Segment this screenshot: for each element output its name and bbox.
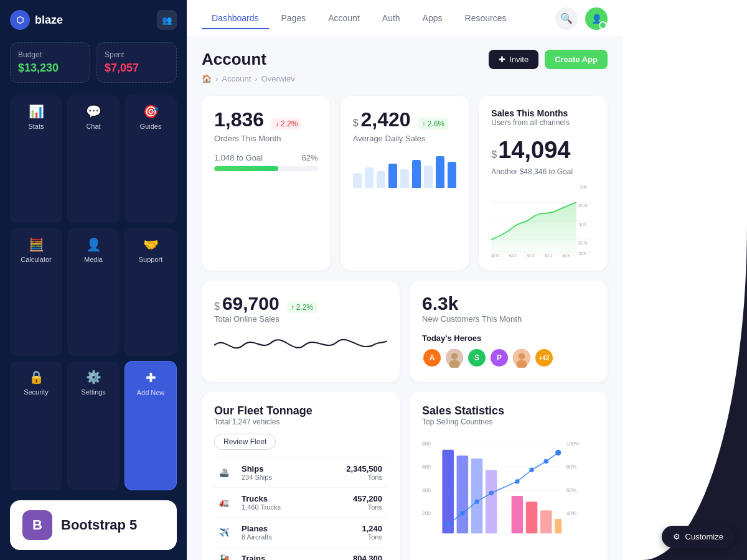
- user-avatar: 👤: [585, 7, 608, 30]
- nav-grid: 📊 Stats 💬 Chat 🎯 Guides 🧮 Calculator 👤 M…: [10, 95, 177, 490]
- fleet-card: Our Fleet Tonnage Total 1,247 vehicles R…: [202, 392, 400, 560]
- svg-point-41: [489, 491, 493, 495]
- new-customers-label: New Customers This Month: [422, 314, 595, 324]
- hero-avatars: A S P +42: [422, 348, 595, 368]
- svg-rect-33: [486, 470, 497, 533]
- people-icon-button[interactable]: 👥: [157, 10, 177, 30]
- down-arrow-icon: ↓: [275, 119, 279, 128]
- svg-text:40%: 40%: [566, 510, 577, 516]
- svg-point-42: [515, 479, 519, 483]
- security-label: Security: [24, 388, 49, 396]
- bar-1: [353, 173, 362, 188]
- svg-rect-32: [471, 459, 483, 533]
- svg-point-40: [474, 500, 479, 504]
- svg-text:400: 400: [422, 487, 431, 493]
- support-label: Support: [139, 256, 163, 263]
- budget-label: Budget: [18, 50, 82, 59]
- header-actions: ✚ Invite Create App: [489, 50, 608, 69]
- hero-avatar-more: +42: [534, 348, 554, 368]
- bar-9: [448, 162, 456, 188]
- chat-label: Chat: [86, 123, 100, 130]
- nav-resources[interactable]: Resources: [455, 8, 517, 29]
- second-row: $ 69,700 ↑ 2.2% Total Online Sales 6.3k …: [202, 281, 608, 382]
- sidebar-item-calculator[interactable]: 🧮 Calculator: [10, 228, 62, 357]
- invite-button[interactable]: ✚ Invite: [489, 50, 538, 69]
- breadcrumb-account: Account: [222, 74, 251, 83]
- sales-stats-chart: 800 600 400 200: [422, 434, 595, 558]
- hero-avatar-photo2: [512, 348, 532, 368]
- bootstrap-card: B Bootstrap 5: [10, 500, 177, 550]
- nav-pages[interactable]: Pages: [271, 8, 316, 29]
- nav-account[interactable]: Account: [318, 8, 370, 29]
- breadcrumb: 🏠 › Account › Overwiev: [202, 74, 608, 83]
- create-app-button[interactable]: Create App: [545, 50, 608, 69]
- breadcrumb-sep1: ›: [215, 74, 218, 83]
- sidebar-item-support[interactable]: 🤝 Support: [125, 228, 177, 357]
- progress-label-row: 1,048 to Goal 62%: [214, 153, 318, 162]
- svg-rect-36: [540, 510, 552, 533]
- sales-sub: Another $48,346 to Goal: [491, 167, 595, 176]
- top-nav-links: Dashboards Pages Account Auth Apps Resou…: [202, 8, 516, 29]
- trains-icon: 🚂: [214, 548, 237, 561]
- svg-point-43: [529, 468, 533, 472]
- trains-value-cell: 804,300: [314, 548, 387, 561]
- trucks-info: Trucks 1,460 Trucks: [237, 488, 314, 518]
- svg-point-45: [555, 450, 561, 455]
- customize-button[interactable]: ⚙ Customize: [662, 526, 735, 548]
- orders-badge: ↓ 2.2%: [271, 118, 301, 129]
- add-new-icon: ✚: [146, 370, 156, 385]
- up-arrow-icon: ↑: [422, 119, 426, 128]
- settings-label: Settings: [81, 388, 106, 396]
- online-sales-value: 69,700: [222, 293, 280, 314]
- page-body: Account ✚ Invite Create App 🏠 › Account …: [187, 37, 622, 560]
- sidebar-item-security[interactable]: 🔒 Security: [10, 361, 62, 490]
- hero-avatar-photo1: [444, 348, 464, 368]
- top-nav: Dashboards Pages Account Auth Apps Resou…: [187, 0, 622, 37]
- online-sales-badge: ↑ 2.2%: [287, 302, 317, 313]
- svg-rect-30: [442, 450, 454, 533]
- daily-sales-badge: ↑ 2.6%: [418, 118, 448, 129]
- nav-dashboards[interactable]: Dashboards: [202, 8, 269, 29]
- up-arrow-icon2: ↑: [291, 303, 294, 312]
- chat-icon: 💬: [86, 104, 101, 119]
- orders-card: 1,836 ↓ 2.2% Orders This Month 1,048 to …: [202, 96, 331, 271]
- svg-text:Apr 16: Apr 16: [563, 253, 570, 258]
- table-row: 🚛 Trucks 1,460 Trucks 457,200 Tons: [214, 488, 387, 518]
- sales-month-subtitle: Users from all channels: [491, 118, 595, 127]
- svg-text:800: 800: [422, 441, 431, 447]
- nav-auth[interactable]: Auth: [372, 8, 410, 29]
- bar-4: [388, 164, 397, 188]
- sidebar-item-media[interactable]: 👤 Media: [67, 228, 120, 357]
- right-panel-curve: [622, 0, 747, 560]
- sidebar-item-stats[interactable]: 📊 Stats: [10, 95, 62, 223]
- guides-icon: 🎯: [143, 104, 159, 119]
- svg-text:80%: 80%: [566, 464, 577, 470]
- svg-rect-31: [457, 455, 469, 533]
- budget-value: $13,230: [18, 62, 82, 75]
- heroes-label: Today's Heroes: [422, 334, 595, 343]
- svg-text:$17K: $17K: [580, 222, 587, 227]
- svg-text:Apr 10: Apr 10: [527, 253, 534, 258]
- sidebar-item-add-new[interactable]: ✚ Add New: [125, 361, 177, 490]
- nav-apps[interactable]: Apps: [413, 8, 453, 29]
- sales-stats-card: Sales Statistics Top Selling Countries 8…: [410, 392, 608, 560]
- progress-bar-fill: [214, 166, 278, 171]
- search-button[interactable]: 🔍: [555, 7, 578, 30]
- ships-value-cell: 2,345,500 Tons: [314, 458, 387, 488]
- review-fleet-button[interactable]: Review Fleet: [214, 434, 276, 450]
- online-sales-card: $ 69,700 ↑ 2.2% Total Online Sales: [202, 281, 400, 382]
- fleet-table: 🚢 Ships 234 Ships 2,345,500 Tons 🚛: [214, 457, 387, 560]
- spent-value: $7,057: [105, 62, 169, 75]
- line-chart: $24K $20.5K $17K $13.5K $10K Apr 04 Apr …: [491, 184, 595, 258]
- bar-2: [365, 167, 374, 188]
- guides-label: Guides: [140, 123, 162, 130]
- sales-big-value: 14,094: [498, 137, 570, 164]
- sidebar-item-guides[interactable]: 🎯 Guides: [125, 95, 177, 223]
- svg-point-16: [451, 353, 458, 360]
- progress-label: 1,048 to Goal: [214, 153, 263, 162]
- sidebar-item-chat[interactable]: 💬 Chat: [67, 95, 120, 223]
- breadcrumb-overwiev: Overwiev: [261, 74, 295, 83]
- sidebar-item-settings[interactable]: ⚙️ Settings: [67, 361, 120, 490]
- stats-label: Stats: [28, 123, 44, 130]
- sidebar-header: ⬡ blaze 👥: [10, 10, 177, 30]
